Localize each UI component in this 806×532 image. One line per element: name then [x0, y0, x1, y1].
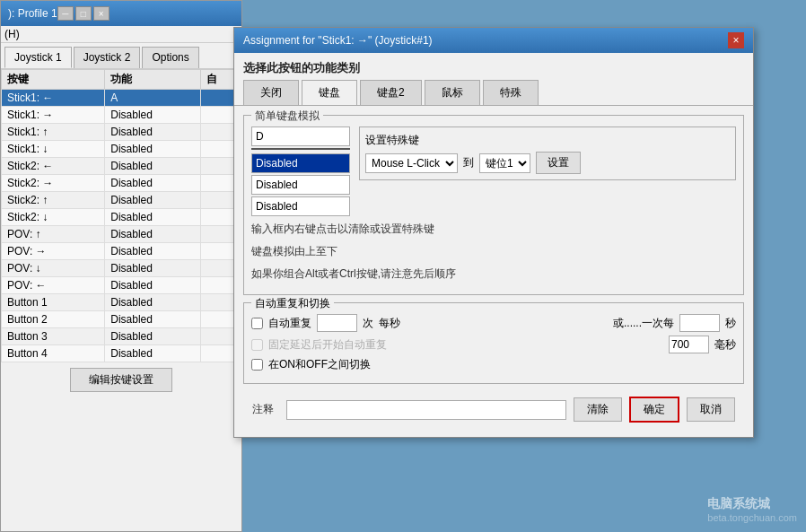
close-btn[interactable]: × [93, 6, 110, 21]
bg-menu[interactable]: (H) [1, 26, 241, 43]
table-row[interactable]: Button 3 Disabled [2, 328, 241, 345]
bottom-row: 注释 清除 确定 取消 [243, 391, 744, 428]
table-row[interactable]: Stick1: ← A [2, 90, 241, 107]
tab-mouse[interactable]: 鼠标 [425, 80, 480, 105]
auto-repeat-title: 自动重复和切换 [251, 296, 334, 311]
table-row[interactable]: POV: ← Disabled [2, 277, 241, 294]
special-key-area: 设置特殊键 Mouse L-Click 到 键位1 设置 [359, 126, 736, 180]
sec-label: 秒 [725, 316, 736, 331]
tab-keyboard2[interactable]: 键盘2 [360, 80, 422, 105]
set-special-key-button[interactable]: 设置 [536, 152, 581, 174]
fixed-delay-checkbox[interactable] [251, 339, 263, 351]
cancel-button[interactable]: 取消 [687, 397, 735, 422]
tab-joystick1[interactable]: Joystick 1 [4, 47, 72, 68]
key-inputs [251, 126, 350, 216]
func-cell: Disabled [105, 294, 201, 311]
tab-special[interactable]: 特殊 [483, 80, 539, 105]
fixed-delay-row: 固定延迟后开始自动重复 毫秒 [251, 336, 736, 353]
key-cell: Stick2: → [2, 175, 105, 192]
edit-key-settings-button[interactable]: 编辑按键设置 [70, 368, 172, 392]
key-cell: Stick2: ↑ [2, 192, 105, 209]
func-cell: Disabled [105, 311, 201, 328]
auto-repeat-checkbox[interactable] [251, 318, 263, 329]
special-key-controls: Mouse L-Click 到 键位1 设置 [365, 152, 730, 174]
table-row[interactable]: Button 4 Disabled [2, 345, 241, 362]
hint-3: 如果你组合Alt或者Ctrl按键,请注意先后顺序 [251, 265, 736, 283]
or-label: 或......一次每 [613, 316, 674, 331]
key-cell: Button 3 [2, 328, 105, 345]
per-sec-label: 每秒 [379, 316, 400, 331]
delay-value-input[interactable] [669, 336, 709, 353]
table-row[interactable]: Button 2 Disabled [2, 311, 241, 328]
on-off-label: 在ON和OFF之间切换 [268, 357, 371, 372]
table-row[interactable]: Stick2: → Disabled [2, 175, 241, 192]
on-off-toggle-row: 在ON和OFF之间切换 [251, 357, 736, 372]
key-cell: Button 1 [2, 294, 105, 311]
key-input-4[interactable] [251, 196, 350, 216]
clear-button[interactable]: 清除 [574, 397, 622, 422]
table-row[interactable]: Stick2: ← Disabled [2, 158, 241, 175]
key-cell: Button 4 [2, 345, 105, 362]
keyboard-sim-title: 简单键盘模拟 [251, 109, 323, 124]
key-input-1[interactable] [251, 126, 350, 146]
auto-repeat-row: 自动重复 次 每秒 或......一次每 秒 [251, 314, 736, 332]
table-row[interactable]: Stick1: → Disabled [2, 107, 241, 124]
func-cell: Disabled [105, 209, 201, 226]
times-input[interactable] [317, 314, 357, 332]
key-table: 按键 功能 自 Stick1: ← A Stick1: → Disabled S… [1, 69, 241, 362]
table-row[interactable]: POV: ↓ Disabled [2, 260, 241, 277]
tab-options[interactable]: Options [142, 47, 198, 68]
table-row[interactable]: POV: ↑ Disabled [2, 226, 241, 243]
background-window: ): Profile 1 ─ □ × (H) Joystick 1 Joysti… [0, 0, 242, 532]
hint-1: 输入框内右键点击以清除或设置特殊键 [251, 220, 736, 239]
auto-repeat-label: 自动重复 [268, 316, 311, 331]
note-input[interactable] [286, 400, 566, 420]
hint-2: 键盘模拟由上至下 [251, 242, 736, 261]
table-row[interactable]: POV: → Disabled [2, 243, 241, 260]
key-input-3[interactable] [251, 175, 350, 195]
times-label: 次 [363, 316, 373, 331]
func-cell: Disabled [105, 107, 201, 124]
to-label: 到 [463, 155, 474, 170]
table-row[interactable]: Stick1: ↑ Disabled [2, 124, 241, 141]
func-cell: Disabled [105, 175, 201, 192]
key-cell: Stick2: ↓ [2, 209, 105, 226]
col-key: 按键 [2, 70, 105, 90]
func-cell: Disabled [105, 192, 201, 209]
tab-close[interactable]: 关闭 [243, 80, 299, 105]
minimize-btn[interactable]: ─ [57, 6, 74, 21]
mouse-click-select[interactable]: Mouse L-Click [365, 153, 458, 173]
func-cell: Disabled [105, 277, 201, 294]
table-row[interactable]: Stick1: ↓ Disabled [2, 141, 241, 158]
on-off-toggle-checkbox[interactable] [251, 359, 263, 371]
key-cell: Stick1: → [2, 107, 105, 124]
tab-joystick2[interactable]: Joystick 2 [74, 47, 141, 68]
bg-title: ): Profile 1 [8, 7, 57, 20]
keyboard-sim-area: 设置特殊键 Mouse L-Click 到 键位1 设置 [251, 123, 736, 216]
key-cell: Stick2: ← [2, 158, 105, 175]
func-cell: Disabled [105, 141, 201, 158]
table-row[interactable]: Button 1 Disabled [2, 294, 241, 311]
col-func: 功能 [105, 70, 201, 90]
maximize-btn[interactable]: □ [75, 6, 92, 21]
note-label: 注释 [252, 402, 279, 417]
table-row[interactable]: Stick2: ↓ Disabled [2, 209, 241, 226]
key-position-select[interactable]: 键位1 [479, 153, 530, 173]
special-key-title: 设置特殊键 [365, 133, 730, 148]
joystick-tabs: Joystick 1 Joystick 2 Options [1, 43, 241, 69]
dialog-tabs: 关闭 键盘 键盘2 鼠标 特殊 [234, 80, 753, 106]
tab-keyboard[interactable]: 键盘 [302, 80, 357, 105]
key-input-2[interactable] [251, 153, 350, 173]
dialog-subtitle: 选择此按钮的功能类别 [234, 53, 753, 80]
once-per-input[interactable] [679, 314, 720, 332]
dialog-titlebar: Assignment for "Stick1: →" (Joystick#1) … [234, 28, 753, 53]
key-cell: Stick1: ↓ [2, 141, 105, 158]
dialog-close-button[interactable]: × [728, 32, 744, 48]
func-cell: Disabled [105, 260, 201, 277]
bg-titlebar: ): Profile 1 ─ □ × [1, 1, 241, 26]
table-row[interactable]: Stick2: ↑ Disabled [2, 192, 241, 209]
confirm-button[interactable]: 确定 [629, 397, 679, 423]
dialog-title: Assignment for "Stick1: →" (Joystick#1) [243, 34, 433, 47]
key-underline [251, 148, 350, 150]
func-cell: Disabled [105, 124, 201, 141]
